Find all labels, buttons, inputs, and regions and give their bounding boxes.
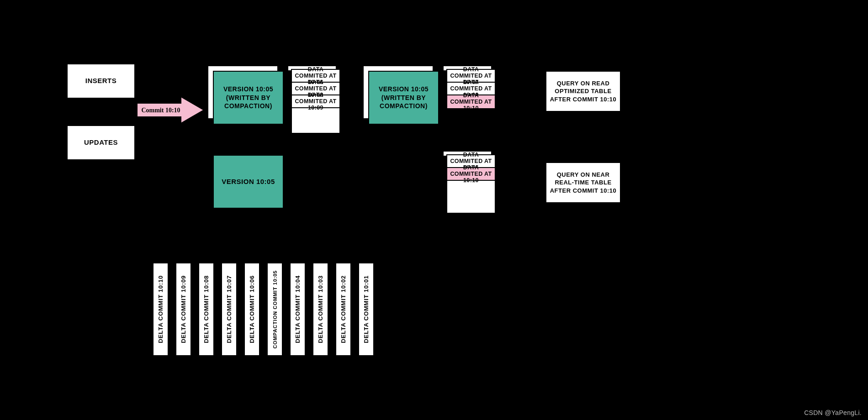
timeline-item-0: DELTA COMMIT 10:10: [153, 262, 169, 356]
commit-arrow: Commit 10:10: [135, 94, 208, 126]
timeline-item-3: DELTA COMMIT 10:07: [221, 262, 237, 356]
timeline-item-2: DELTA COMMIT 10:08: [198, 262, 214, 356]
before-version-bottom: VERSION 10:05: [213, 155, 284, 209]
timeline-item-4: DELTA COMMIT 10:06: [244, 262, 260, 356]
timeline-item-8: DELTA COMMIT 10:02: [335, 262, 351, 356]
watermark: CSDN @YaPengLi.: [804, 409, 862, 416]
query-read-optimized: QUERY ON READ OPTIMIZED TABLE AFTER COMM…: [545, 71, 621, 112]
after-version-top: VERSION 10:05 (WRITTEN BY COMPACTION): [368, 71, 439, 125]
before-commit-stack: DATA COMMITED AT 10:06 DATA COMMITED AT …: [291, 69, 340, 134]
before-commit-2: DATA COMMITED AT 10:09: [292, 95, 339, 108]
timeline-item-9: DELTA COMMIT 10:01: [358, 262, 374, 356]
after-bot-commit-1: DATA COMMITED AT 10:10: [447, 168, 495, 181]
timeline-item-5: COMPACTION COMMIT 10:05: [267, 262, 283, 356]
after-top-commit-2: DATA COMMITED AT 10:10: [447, 95, 495, 108]
after-commit-stack-top: DATA COMMITED AT 10:07 DATA COMMITED AT …: [446, 69, 496, 108]
timeline-item-1: DELTA COMMIT 10:09: [175, 262, 191, 356]
after-commit-stack-bottom: DATA COMMITED AT 10:06 DATA COMMITED AT …: [446, 154, 496, 214]
after-bot-commit-empty: [447, 181, 495, 213]
inserts-box: INSERTS: [67, 63, 135, 99]
timeline-item-6: DELTA COMMIT 10:04: [290, 262, 306, 356]
before-version-top: VERSION 10:05 (WRITTEN BY COMPACTION): [213, 71, 284, 125]
query-near-realtime: QUERY ON NEAR REAL-TIME TABLE AFTER COMM…: [545, 162, 621, 203]
svg-text:Commit 10:10: Commit 10:10: [141, 107, 180, 114]
timeline-item-7: DELTA COMMIT 10:03: [312, 262, 328, 356]
updates-box: UPDATES: [67, 125, 135, 160]
before-commit-empty: [292, 108, 339, 133]
diagram-stage: INSERTS UPDATES Commit 10:10 VERSION 10:…: [0, 0, 868, 420]
